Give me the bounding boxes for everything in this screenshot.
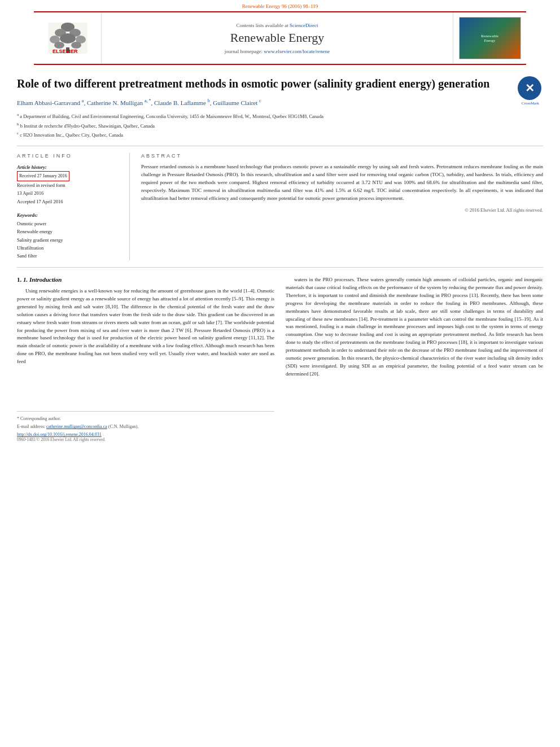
introduction-heading: 1. 1. Introduction xyxy=(17,276,274,283)
footer-section: * Corresponding author. E-mail address: … xyxy=(17,411,274,442)
article-info-column: ARTICLE INFO Article history: Received 2… xyxy=(17,153,130,260)
doi-link[interactable]: http://dx.doi.org/10.1016/j.renene.2016.… xyxy=(17,432,102,437)
journal-header-center: Contents lists available at ScienceDirec… xyxy=(102,12,453,64)
elsevier-tree-icon: ELSEVIER xyxy=(48,23,88,54)
journal-homepage: journal homepage: www.elsevier.com/locat… xyxy=(225,49,330,54)
keyword-2: Renewable energy xyxy=(17,228,121,235)
svg-point-5 xyxy=(60,33,76,43)
doi-line: http://dx.doi.org/10.1016/j.renene.2016.… xyxy=(17,432,274,437)
received-box: Received 27 January 2016 xyxy=(17,171,121,181)
journal-reference: Renewable Energy 96 (2016) 98–119 xyxy=(242,3,318,9)
body-left-column: 1. 1. Introduction Using renewable energ… xyxy=(17,276,274,442)
copyright-notice: © 2016 Elsevier Ltd. All rights reserved… xyxy=(141,207,543,213)
page-container: Renewable Energy 96 (2016) 98–119 xyxy=(0,0,560,442)
keyword-1: Osmotic power xyxy=(17,220,121,228)
svg-text:ELSEVIER: ELSEVIER xyxy=(53,49,78,54)
corresponding-note: * Corresponding author. xyxy=(17,416,274,421)
history-label: Article history: xyxy=(17,163,121,171)
issn-line: 0960-1481/© 2016 Elsevier Ltd. All right… xyxy=(17,437,274,442)
article-title-section: Role of two different pretreatment metho… xyxy=(17,65,543,146)
journal-thumbnail-image: RenewableEnergy xyxy=(459,17,521,59)
keyword-3: Salinity gradient energy xyxy=(17,236,121,244)
affiliation-a: a a Department of Building, Civil and En… xyxy=(17,112,509,120)
affiliations: a a Department of Building, Civil and En… xyxy=(17,112,509,139)
elsevier-logo-section: ELSEVIER xyxy=(34,12,102,64)
authors: Elham Abbasi-Garravand a, Catherine N. M… xyxy=(17,98,509,107)
svg-point-8 xyxy=(71,42,81,49)
crossmark-badge: CrossMark xyxy=(518,76,543,102)
elsevier-logo: ELSEVIER xyxy=(48,23,88,54)
email-link[interactable]: catherine.mulligan@concordia.ca xyxy=(46,424,107,429)
keyword-5: Sand filter xyxy=(17,252,121,260)
introduction-left-text: Using renewable energies is a well-known… xyxy=(17,287,274,366)
email-line: E-mail address: catherine.mulligan@conco… xyxy=(17,424,274,429)
abstract-header: ABSTRACT xyxy=(141,153,543,159)
article-info-header: ARTICLE INFO xyxy=(17,153,121,159)
revised-label: Received in revised form xyxy=(17,181,121,189)
keywords-label: Keywords: xyxy=(17,211,121,219)
science-direct-anchor[interactable]: ScienceDirect xyxy=(290,23,318,28)
science-direct-link: Contents lists available at ScienceDirec… xyxy=(237,23,318,28)
svg-point-7 xyxy=(54,42,64,49)
affiliation-b: b b Institut de recherche d'Hydro-Québec… xyxy=(17,121,509,130)
intro-para-2: waters in the PRO processes. These water… xyxy=(286,276,543,378)
top-bar: Renewable Energy 96 (2016) 98–119 xyxy=(0,0,560,11)
keywords-section: Keywords: Osmotic power Renewable energy… xyxy=(17,211,121,260)
abstract-text: Pressure retarded osmosis is a membrane … xyxy=(141,163,543,203)
abstract-column: ABSTRACT Pressure retarded osmosis is a … xyxy=(141,153,543,260)
revised-date: 13 April 2016 xyxy=(17,189,121,197)
keyword-4: Ultrafiltration xyxy=(17,244,121,252)
journal-header: ELSEVIER Contents lists available at Sci… xyxy=(34,11,526,65)
journal-title: Renewable Energy xyxy=(230,30,324,45)
journal-url[interactable]: www.elsevier.com/locate/renene xyxy=(264,49,330,54)
accepted-label: Accepted 17 April 2016 xyxy=(17,198,121,206)
intro-para-1: Using renewable energies is a well-known… xyxy=(17,287,274,366)
info-abstract-section: ARTICLE INFO Article history: Received 2… xyxy=(17,146,543,268)
received-date: Received 27 January 2016 xyxy=(17,171,69,181)
article-title-text: Role of two different pretreatment metho… xyxy=(17,76,509,140)
affiliation-c: c c H2O Innovation Inc., Québec City, Qu… xyxy=(17,130,509,139)
article-title: Role of two different pretreatment metho… xyxy=(17,76,509,91)
introduction-right-text: waters in the PRO processes. These water… xyxy=(286,276,543,378)
crossmark-icon xyxy=(518,76,541,100)
body-right-column: waters in the PRO processes. These water… xyxy=(286,276,543,442)
article-history: Article history: Received 27 January 201… xyxy=(17,163,121,206)
journal-thumbnail-section: RenewableEnergy xyxy=(453,12,526,64)
body-section: 1. 1. Introduction Using renewable energ… xyxy=(17,268,543,442)
